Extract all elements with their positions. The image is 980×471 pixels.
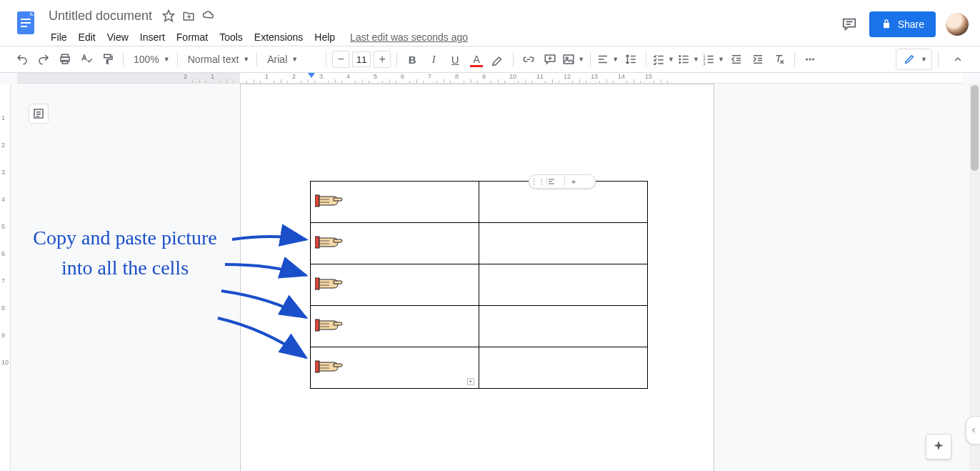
- highlight-icon[interactable]: [489, 50, 507, 69]
- menu-extensions[interactable]: Extensions: [249, 29, 308, 46]
- account-avatar[interactable]: [946, 13, 969, 36]
- decrease-font-size[interactable]: −: [332, 51, 349, 68]
- column-options-icon[interactable]: [547, 177, 564, 186]
- docs-logo[interactable]: [11, 9, 40, 37]
- document-page[interactable]: ▾ ⋮⋮ +: [240, 84, 714, 471]
- increase-indent-icon[interactable]: [749, 50, 767, 69]
- menu-format[interactable]: Format: [171, 29, 213, 46]
- print-icon[interactable]: [56, 50, 74, 69]
- italic-icon[interactable]: I: [424, 50, 443, 69]
- svg-text:3: 3: [703, 61, 705, 66]
- document-table[interactable]: ▾: [310, 181, 648, 389]
- svg-point-46: [806, 59, 808, 61]
- document-area: 21123456789101112131415 12345678910 ▾ ⋮⋮…: [0, 73, 980, 471]
- document-title[interactable]: Untitled document: [46, 7, 155, 25]
- spellcheck-icon[interactable]: [77, 50, 96, 69]
- document-outline-button[interactable]: [29, 104, 49, 124]
- more-icon[interactable]: [801, 50, 819, 69]
- annotation-text: Copy and paste picture into all the cell…: [18, 223, 232, 283]
- cell-menu-icon[interactable]: ▾: [467, 378, 474, 385]
- checklist-icon[interactable]: ▼: [652, 50, 674, 69]
- svg-rect-29: [683, 56, 689, 57]
- menu-edit[interactable]: Edit: [74, 29, 101, 46]
- pointing-hand-icon[interactable]: [315, 316, 344, 334]
- paragraph-style-select[interactable]: Normal text▼: [184, 50, 251, 69]
- add-column-icon[interactable]: +: [565, 177, 582, 186]
- share-button[interactable]: Share: [869, 11, 936, 37]
- pointing-hand-icon[interactable]: [315, 192, 344, 210]
- vertical-ruler[interactable]: 12345678910: [0, 84, 11, 471]
- menu-file[interactable]: File: [46, 29, 72, 46]
- svg-point-27: [679, 59, 681, 61]
- toolbar: 100%▼ Normal text▼ Arial▼ − + B I U A ▼ …: [0, 46, 980, 73]
- svg-rect-14: [104, 54, 111, 58]
- svg-rect-6: [21, 22, 31, 24]
- table-cell[interactable]: [479, 264, 648, 306]
- table-cell[interactable]: [311, 223, 479, 264]
- star-icon[interactable]: [162, 9, 175, 22]
- table-cell[interactable]: [479, 306, 648, 347]
- redo-icon[interactable]: [34, 50, 53, 69]
- line-spacing-icon[interactable]: [621, 50, 640, 69]
- svg-point-28: [679, 61, 681, 64]
- table-cell[interactable]: ▾: [311, 347, 479, 389]
- pointing-hand-icon[interactable]: [315, 357, 344, 376]
- svg-rect-5: [21, 19, 31, 20]
- hide-menus-icon[interactable]: [949, 50, 967, 69]
- numbered-list-icon[interactable]: 123▼: [702, 50, 724, 69]
- align-icon[interactable]: ▼: [596, 50, 619, 69]
- decrease-indent-icon[interactable]: [727, 50, 746, 69]
- bullet-list-icon[interactable]: ▼: [677, 50, 699, 69]
- table-cell[interactable]: [311, 182, 479, 223]
- font-select[interactable]: Arial▼: [263, 50, 320, 69]
- side-panel-toggle[interactable]: [966, 416, 980, 445]
- add-comment-icon[interactable]: [541, 50, 559, 69]
- font-size-input[interactable]: [352, 51, 371, 67]
- title-bar: Untitled document File Edit View Insert …: [0, 0, 980, 46]
- underline-icon[interactable]: U: [446, 50, 464, 69]
- increase-font-size[interactable]: +: [374, 51, 391, 68]
- horizontal-ruler[interactable]: 21123456789101112131415: [17, 73, 963, 84]
- svg-point-47: [809, 59, 811, 61]
- svg-marker-8: [164, 11, 174, 21]
- menu-tools[interactable]: Tools: [214, 29, 248, 46]
- pointing-hand-icon[interactable]: [315, 233, 344, 252]
- explore-button[interactable]: [926, 434, 951, 460]
- drag-column-icon[interactable]: ⋮⋮: [529, 177, 546, 187]
- svg-rect-15: [564, 55, 574, 64]
- svg-rect-30: [683, 59, 689, 60]
- table-cell[interactable]: [479, 347, 648, 389]
- table-cell[interactable]: [311, 264, 479, 306]
- clear-formatting-icon[interactable]: [770, 50, 789, 69]
- svg-point-48: [812, 59, 814, 61]
- table-cell[interactable]: [479, 223, 648, 264]
- menu-insert[interactable]: Insert: [135, 29, 170, 46]
- editing-mode-button[interactable]: ▼: [896, 49, 932, 70]
- insert-link-icon[interactable]: [519, 50, 538, 69]
- zoom-select[interactable]: 100%▼: [129, 50, 171, 69]
- svg-rect-31: [683, 62, 689, 64]
- move-icon[interactable]: [182, 9, 195, 22]
- share-label: Share: [898, 19, 924, 30]
- text-color-icon[interactable]: A: [467, 50, 486, 69]
- svg-point-26: [679, 55, 681, 57]
- vertical-scrollbar[interactable]: [969, 84, 980, 471]
- bold-icon[interactable]: B: [403, 50, 421, 69]
- svg-rect-7: [21, 26, 27, 27]
- table-column-controls[interactable]: ⋮⋮ +: [529, 174, 596, 189]
- comments-icon[interactable]: [839, 14, 859, 34]
- insert-image-icon[interactable]: ▼: [562, 50, 584, 69]
- undo-icon[interactable]: [13, 50, 31, 69]
- menu-view[interactable]: View: [102, 29, 134, 46]
- menu-help[interactable]: Help: [309, 29, 340, 46]
- table-cell[interactable]: [311, 306, 479, 347]
- cloud-status-icon[interactable]: [202, 9, 215, 22]
- paint-format-icon[interactable]: [99, 50, 117, 69]
- pointing-hand-icon[interactable]: [315, 274, 344, 293]
- menu-bar: File Edit View Insert Format Tools Exten…: [46, 27, 839, 47]
- last-edit-link[interactable]: Last edit was seconds ago: [350, 31, 468, 43]
